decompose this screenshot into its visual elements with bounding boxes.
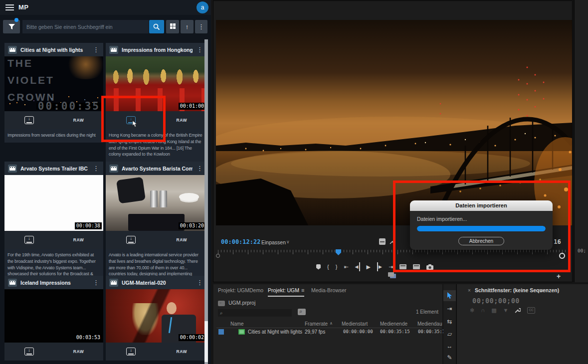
column-mediendauer[interactable]: Mediendau [417, 321, 442, 327]
rectangle-tool[interactable]: ▭ [443, 360, 456, 364]
wrench-icon[interactable] [515, 307, 521, 314]
card-menu-icon[interactable]: ⋮ [89, 46, 103, 53]
folder-up-icon[interactable] [218, 301, 225, 306]
plates [179, 193, 199, 201]
download-icon[interactable] [126, 348, 136, 356]
scrollbar-track[interactable] [204, 39, 208, 364]
linked-selection-icon[interactable]: ▩ [491, 307, 496, 314]
button-editor-plus[interactable]: + [557, 272, 561, 280]
slip-tool[interactable]: ↔ [443, 341, 456, 352]
card-thumbnail[interactable]: 00:00:02 [106, 289, 207, 343]
close-icon[interactable]: × [468, 288, 471, 293]
clip-color-label[interactable] [218, 329, 224, 335]
upload-button[interactable]: ↑ [181, 20, 194, 33]
steel-pitcher [150, 190, 158, 207]
ripple-edit-tool[interactable]: ⇆ [443, 316, 456, 327]
mark-out-button[interactable]: } [336, 262, 338, 271]
steel-pitcher [160, 190, 167, 207]
project-file-name[interactable]: UGM.prproj [228, 300, 255, 306]
card-title: Avarto Systems Barista Competition [122, 166, 193, 172]
media-card[interactable]: Cities at Night with lights ⋮ THE VIOLET… [4, 43, 103, 143]
panel-menu-icon[interactable]: ≡ [540, 287, 543, 293]
video-preview[interactable] [216, 20, 572, 225]
card-actions: RAW [4, 111, 103, 129]
raw-badge: RAW [157, 237, 207, 242]
progress-bar [417, 226, 546, 231]
download-icon[interactable] [24, 348, 34, 356]
step-back-button[interactable]: ◀ [355, 262, 360, 271]
up-arrow-icon: ↑ [186, 23, 189, 30]
column-framerate[interactable]: Framerate [305, 321, 328, 327]
menu-icon[interactable] [5, 4, 14, 10]
clip-name[interactable]: Cities at Night with lights [248, 329, 302, 335]
tab-projekt-ugmdemo[interactable]: Projekt: UGMDemo [218, 287, 263, 293]
duration-badge: 00:03:20 [179, 222, 205, 229]
active-tab-underline [268, 296, 304, 297]
marker-icon[interactable]: ▼ [503, 307, 509, 314]
card-title: Impressions from Hongkong [122, 47, 193, 53]
overwrite-button[interactable] [413, 264, 420, 269]
monitor-timeline-ruler[interactable] [218, 250, 568, 255]
step-forward-button[interactable]: ▶ [377, 262, 382, 271]
filter-button[interactable] [3, 20, 20, 33]
media-card[interactable]: Avarto Systems Barista Competition ⋮ 00:… [106, 162, 207, 281]
grid-view-button[interactable] [166, 20, 179, 33]
toolbar-menu-button[interactable]: ⋮ [195, 20, 207, 33]
sort-up-icon[interactable]: ∧ [330, 321, 333, 326]
media-card[interactable]: UGM-Material-020 ⋮ 00:00:02 RAW [106, 276, 207, 361]
table-divider [216, 328, 440, 328]
settings-wrench-icon[interactable] [390, 239, 395, 244]
avatar[interactable]: a [196, 1, 208, 13]
media-card[interactable]: Arvato Systems Trailer IBC 2018 ⋮ 00:00:… [4, 162, 103, 281]
ruler-label-fragment: 00; [578, 248, 586, 253]
captions-icon[interactable]: CC [527, 307, 535, 314]
razor-tool[interactable]: ▱ [443, 329, 456, 340]
tab-media-browser[interactable]: Media-Browser [311, 287, 347, 293]
selection-tool[interactable] [443, 290, 456, 301]
clip-start: 00:00:00:00 [343, 329, 373, 334]
column-medienstart[interactable]: Medienstart [342, 321, 368, 327]
tab-projekt-ugm[interactable]: Projekt: UGM [268, 287, 299, 293]
timeline-panel-sliver: 00; [574, 0, 588, 282]
card-thumbnail[interactable]: 00:03:53 [4, 289, 103, 343]
search-input[interactable] [22, 20, 149, 33]
drag-video-icon[interactable] [388, 272, 394, 277]
scrollbar-thumb[interactable] [204, 321, 208, 362]
zoom-handle-right[interactable] [559, 253, 565, 259]
insert-button[interactable] [399, 264, 406, 269]
download-icon[interactable] [126, 236, 136, 244]
item-count: 1 Element [416, 309, 438, 315]
mark-in-button[interactable]: { [327, 262, 329, 271]
media-card[interactable]: Iceland Impressions ⋮ 00:03:53 RAW [4, 276, 103, 361]
card-thumbnail[interactable]: 00:01:00 [106, 56, 207, 111]
goto-out-button[interactable]: ⇥ [389, 262, 393, 271]
video-clip-icon [109, 165, 118, 173]
tools-panel: ⇥ ⇆ ▱ ↔ ✎ ▭ [443, 284, 456, 364]
panel-menu-icon[interactable]: ≡ [301, 287, 304, 293]
card-menu-icon[interactable]: ⋮ [89, 165, 103, 172]
zoom-handle-left[interactable] [216, 254, 220, 258]
column-medienende[interactable]: Medienende [380, 321, 407, 327]
nest-icon[interactable]: ✻ [470, 307, 474, 314]
column-name[interactable]: Name [230, 321, 244, 327]
card-thumbnail[interactable]: 00:00:38 [4, 175, 103, 231]
snap-magnet-icon[interactable]: ∩ [481, 307, 485, 314]
project-search-input[interactable] [218, 309, 292, 317]
card-thumbnail[interactable]: THE VIOLET CROWN 00:00:35 [4, 56, 103, 111]
add-marker-button[interactable] [316, 264, 321, 270]
goto-in-button[interactable]: ⇤ [344, 262, 348, 271]
output-settings-icon[interactable] [379, 238, 386, 245]
zoom-fit-dropdown[interactable]: Einpassen [261, 239, 286, 245]
card-thumbnail[interactable]: 00:03:20 [106, 175, 207, 231]
media-card[interactable]: Impressions from Hongkong ⋮ 00:01:00 RAW… [106, 43, 207, 162]
search-in-folder-icon[interactable] [298, 309, 306, 315]
play-button[interactable]: ▶ [367, 262, 371, 271]
project-panel: Projekt: UGMDemo Projekt: UGM ≡ Media-Br… [213, 284, 442, 364]
card-menu-icon[interactable]: ⋮ [89, 279, 103, 286]
download-icon[interactable] [24, 236, 34, 244]
track-select-tool[interactable]: ⇥ [443, 303, 456, 314]
export-frame-button[interactable] [426, 264, 433, 270]
cancel-button[interactable]: Abbrechen [458, 237, 504, 245]
download-icon[interactable] [24, 116, 34, 124]
search-button[interactable] [149, 20, 164, 33]
